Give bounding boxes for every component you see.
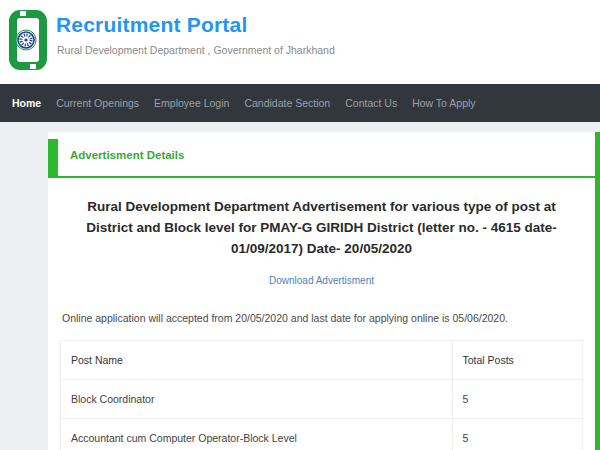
total-posts-cell: 5 (452, 419, 583, 450)
section-title: Advertisment Details (70, 149, 184, 161)
panel-heading: Advertisment Details (48, 132, 595, 178)
total-posts-cell: 5 (452, 380, 583, 419)
posts-table: Post Name Total Posts Block Coordinator … (60, 340, 583, 450)
main-nav: Home Current Openings Employee Login Can… (0, 84, 600, 122)
site-header: Recruitment Portal Rural Development Dep… (0, 0, 600, 84)
download-advertisment-link[interactable]: Download Advertisment (269, 275, 374, 286)
table-row: Block Coordinator 5 (61, 380, 583, 419)
nav-item-how-to-apply[interactable]: How To Apply (412, 97, 475, 109)
application-dates-note: Online application will accepted from 20… (62, 312, 581, 324)
nav-item-current-openings[interactable]: Current Openings (56, 97, 139, 109)
table-row: Accountant cum Computer Operator-Block L… (61, 419, 583, 450)
table-header-row: Post Name Total Posts (61, 341, 583, 380)
advertisement-title: Rural Development Department Advertiseme… (64, 196, 579, 259)
download-link-wrap: Download Advertisment (48, 270, 595, 288)
nav-item-home[interactable]: Home (12, 97, 41, 109)
advertisement-panel: Advertisment Details Rural Development D… (48, 132, 600, 450)
jharkhand-emblem-icon (8, 10, 48, 70)
nav-item-contact-us[interactable]: Contact Us (345, 97, 397, 109)
nav-item-employee-login[interactable]: Employee Login (154, 97, 229, 109)
column-header-total-posts: Total Posts (452, 341, 583, 380)
post-name-cell: Accountant cum Computer Operator-Block L… (61, 419, 453, 450)
panel-body: Rural Development Department Advertiseme… (48, 178, 595, 450)
column-header-post-name: Post Name (61, 341, 453, 380)
post-name-cell: Block Coordinator (61, 380, 453, 419)
portal-title: Recruitment Portal (56, 13, 247, 37)
portal-subtitle: Rural Development Department , Governmen… (57, 44, 335, 56)
green-accent-bar (48, 139, 58, 176)
nav-item-candidate-section[interactable]: Candidate Section (244, 97, 330, 109)
